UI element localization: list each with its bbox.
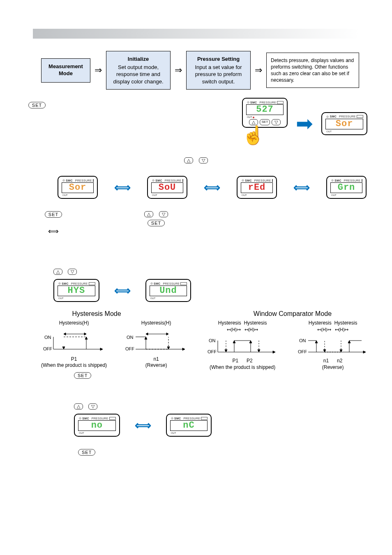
svg-text:ON: ON bbox=[44, 335, 51, 340]
hysteresis-mode-title: Hysteresis Mode bbox=[0, 310, 193, 318]
svg-text:OFF: OFF bbox=[208, 349, 217, 354]
double-arrow-icon: ⟺ bbox=[114, 284, 131, 297]
graph-window-p1p2: Hysteresis Hysteresis ↤(H)↦ ↤(H)↦ bbox=[205, 320, 279, 371]
window-comparator-mode-title: Window Comparator Mode bbox=[193, 310, 392, 318]
arrow-right-icon bbox=[175, 65, 182, 76]
down-button-icon[interactable]: ▽ bbox=[159, 211, 168, 217]
setup-flow-row: Measurement Mode Initialize Set output m… bbox=[0, 51, 392, 90]
up-button-icon[interactable]: △ bbox=[144, 211, 153, 217]
graph-window-n1n2: Hysteresis Hysteresis ↤(H)↦ ↤(H)↦ bbox=[296, 320, 370, 371]
up-button-icon[interactable]: △ bbox=[184, 157, 193, 164]
svg-text:OFF: OFF bbox=[298, 349, 307, 354]
lcd-display: SoU bbox=[151, 182, 183, 193]
device-display-sor: ◎SMC PRESSURE Sor OUT bbox=[58, 176, 98, 199]
out-label: OUT bbox=[247, 116, 252, 118]
set-button[interactable]: SET bbox=[148, 220, 165, 226]
arrow-right-icon bbox=[95, 65, 102, 76]
set-button[interactable]: SET bbox=[45, 211, 62, 218]
device-label: PRESSURE bbox=[259, 101, 276, 104]
lcd-display: Sor bbox=[62, 182, 94, 193]
big-arrow-right-icon: ➡ bbox=[296, 113, 313, 134]
set-button[interactable]: SET bbox=[78, 449, 95, 456]
svg-text:OFF: OFF bbox=[125, 346, 134, 351]
down-button-icon[interactable]: ▽ bbox=[199, 157, 208, 164]
svg-text:ON: ON bbox=[299, 338, 306, 343]
lcd-display: no bbox=[78, 420, 116, 431]
gradient-title-bar bbox=[33, 29, 359, 39]
up-button-icon[interactable]: △ bbox=[249, 119, 258, 125]
device-display-und: ◎SMC PRESSURE Und OUT bbox=[145, 279, 191, 302]
lcd-display: Sor bbox=[325, 119, 363, 129]
double-arrow-small-icon: ⟺ bbox=[48, 227, 59, 235]
arrow-right-icon bbox=[255, 65, 262, 76]
double-arrow-icon: ⟺ bbox=[293, 181, 310, 194]
graph-hysteresis-n1: Hysteresis(H) ON OFF n1 bbox=[123, 320, 189, 369]
svg-text:ON: ON bbox=[209, 338, 216, 343]
down-button-icon[interactable]: ▽ bbox=[68, 269, 77, 275]
lcd-display: nC bbox=[170, 420, 208, 431]
device-display-sor: ◎SMC PRESSURE Sor OUT bbox=[321, 112, 367, 135]
flow-box-pressure-setting: Pressure Setting Input a set value for p… bbox=[186, 51, 251, 90]
flow-title: Initialize bbox=[110, 55, 167, 63]
device-display-no: ◎SMC PRESSURE no OUT bbox=[74, 414, 120, 437]
lcd-display: Und bbox=[150, 286, 187, 296]
flow-title: Measurement Mode bbox=[45, 63, 87, 77]
device-brand: SMC bbox=[250, 101, 257, 104]
device-display-hys: ◎SMC PRESSURE HYS OUT bbox=[53, 279, 99, 302]
down-button-icon[interactable]: ▽ bbox=[272, 119, 281, 125]
flow-body: Set output mode, response time and displ… bbox=[113, 64, 163, 85]
lcd-display: rEd bbox=[241, 182, 273, 193]
double-arrow-icon: ⟺ bbox=[135, 419, 151, 432]
flow-box-initialize: Initialize Set output mode, response tim… bbox=[106, 51, 171, 90]
flow-box-detect-note: Detects pressure, displays values and pr… bbox=[266, 53, 359, 88]
svg-text:OFF: OFF bbox=[43, 346, 52, 351]
flow-title: Pressure Setting bbox=[190, 55, 247, 63]
lcd-display: HYS bbox=[58, 286, 95, 296]
flow-body: Detects pressure, displays values and pr… bbox=[271, 58, 354, 83]
svg-text:ON: ON bbox=[127, 335, 134, 340]
set-button[interactable]: SET bbox=[28, 102, 46, 108]
down-button-icon[interactable]: ▽ bbox=[88, 403, 97, 410]
device-display-sou: ◎SMC PRESSURE SoU OUT bbox=[147, 176, 187, 199]
double-arrow-icon: ⟺ bbox=[114, 181, 131, 194]
device-display-red: ◎SMC PRESSURE rEd OUT bbox=[237, 176, 277, 199]
flow-box-measurement-mode: Measurement Mode bbox=[41, 58, 90, 83]
hand-pointing-icon: ☝ bbox=[242, 125, 265, 145]
lcd-display: Grn bbox=[330, 182, 362, 193]
set-button[interactable]: SET bbox=[74, 372, 91, 379]
up-button-icon[interactable]: △ bbox=[74, 403, 83, 410]
device-display-nc: ◎SMC PRESSURE nC OUT bbox=[166, 414, 212, 437]
device-with-hand: ◎SMC PRESSURE 527 OUT △ SET ▽ ☝ bbox=[242, 98, 288, 149]
up-button-icon[interactable]: △ bbox=[53, 269, 62, 275]
double-arrow-icon: ⟺ bbox=[204, 181, 220, 194]
set-button-small[interactable]: SET bbox=[260, 119, 270, 125]
lcd-display: 527 bbox=[246, 104, 284, 115]
flow-body: Input a set value for pressure to prefor… bbox=[195, 64, 242, 85]
graph-hysteresis-p1: Hysteresis(H) ON OFF bbox=[41, 320, 107, 369]
device-display-grn: ◎SMC PRESSURE Grn OUT bbox=[326, 176, 367, 199]
